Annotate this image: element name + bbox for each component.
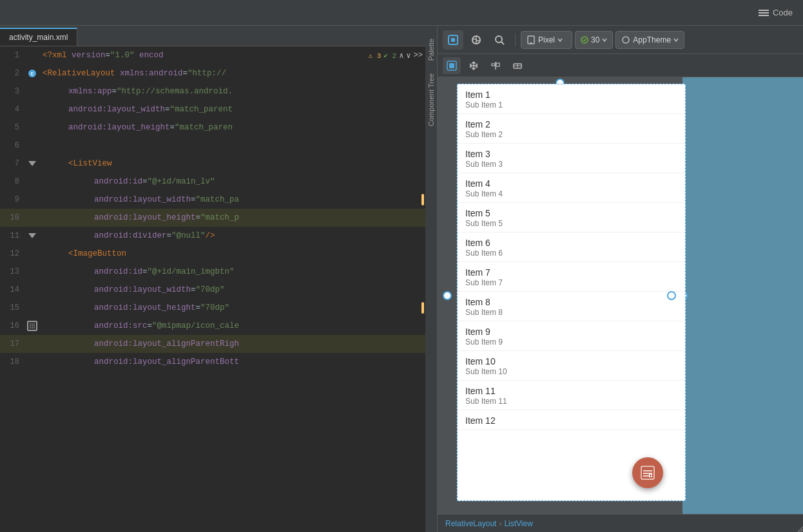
code-menu[interactable]: Code bbox=[759, 8, 793, 17]
code-line: 17android:layout_alignParentRigh bbox=[0, 335, 425, 353]
list-item-title: Item 3 bbox=[465, 149, 677, 159]
list-item[interactable]: Item 5Sub Item 5 bbox=[458, 203, 685, 233]
line-code: android:layout_alignParentRigh bbox=[39, 339, 425, 348]
handle-right-2[interactable] bbox=[667, 291, 676, 300]
list-item[interactable]: Item 1Sub Item 1 bbox=[458, 84, 685, 114]
svg-line-27 bbox=[800, 529, 803, 532]
line-number: 1 bbox=[0, 51, 26, 60]
nav-down[interactable]: ∨ bbox=[406, 51, 411, 61]
list-item[interactable]: Item 10Sub Item 10 bbox=[458, 351, 685, 381]
palette-tab[interactable]: Palette bbox=[425, 32, 437, 67]
line-code: android:layout_height="70dp" bbox=[39, 303, 421, 312]
canvas-tools bbox=[438, 54, 803, 77]
line-code: android:layout_height="match_paren bbox=[39, 123, 425, 132]
line-code: android:id="@+id/main_imgbtn" bbox=[39, 267, 425, 276]
nav-up[interactable]: ∧ bbox=[399, 51, 403, 61]
line-code: android:id="@+id/main_lv" bbox=[39, 177, 425, 186]
list-item-title: Item 11 bbox=[465, 386, 677, 396]
list-item[interactable]: Item 6Sub Item 6 bbox=[458, 233, 685, 262]
tab-activity-main[interactable]: activity_main.xml bbox=[0, 28, 77, 46]
device-label: Pixel bbox=[538, 35, 555, 44]
list-item-title: Item 12 bbox=[465, 415, 677, 426]
list-item[interactable]: Item 7Sub Item 7 bbox=[458, 262, 685, 292]
code-line: 15android:layout_height="70dp" bbox=[0, 299, 425, 317]
device-dropdown[interactable]: Pixel bbox=[521, 31, 572, 49]
line-code: <?xml version="1.0" encod bbox=[39, 51, 368, 60]
more-btn[interactable]: >> bbox=[414, 51, 423, 60]
breadcrumb-bar: RelativeLayout › ListView bbox=[438, 514, 803, 532]
list-item-title: Item 5 bbox=[465, 208, 677, 218]
tab-label: activity_main.xml bbox=[9, 33, 68, 42]
svg-rect-14 bbox=[496, 63, 499, 66]
line-code: <ImageButton bbox=[39, 249, 425, 258]
design-toolbar: Pixel 30 AppTheme bbox=[438, 26, 803, 54]
api-label: 30 bbox=[591, 35, 599, 44]
magnify-tool-btn[interactable] bbox=[489, 30, 510, 50]
select-tool-btn[interactable] bbox=[443, 30, 463, 50]
code-editor[interactable]: 1<?xml version="1.0" encod⚠ 3 ✔ 2 ∧ ∨ >>… bbox=[0, 46, 425, 532]
list-item[interactable]: Item 11Sub Item 11 bbox=[458, 381, 685, 410]
line-gutter bbox=[26, 233, 39, 238]
code-line: 16android:src="@mipmap/icon_cale bbox=[0, 317, 425, 335]
list-item-sub: Sub Item 2 bbox=[465, 130, 677, 139]
fab-button[interactable] bbox=[632, 457, 663, 488]
code-line: 1<?xml version="1.0" encod⚠ 3 ✔ 2 ∧ ∨ >> bbox=[0, 46, 425, 64]
code-line: 4android:layout_width="match_parent bbox=[0, 100, 425, 119]
line-gutter bbox=[26, 321, 39, 331]
line-number: 17 bbox=[0, 339, 26, 348]
line-code bbox=[39, 141, 425, 150]
check-badge: ✔ 2 bbox=[383, 52, 396, 60]
line-code: android:layout_width="match_pa bbox=[39, 195, 421, 204]
line-number: 6 bbox=[0, 141, 26, 150]
line-code: <RelativeLayout xmlns:android="http:// bbox=[39, 69, 425, 78]
line-number: 3 bbox=[0, 87, 26, 96]
code-line: 12<ImageButton bbox=[0, 245, 425, 263]
list-item-title: Item 7 bbox=[465, 267, 677, 278]
design-tool-btn[interactable] bbox=[466, 30, 487, 50]
line-number: 16 bbox=[0, 321, 26, 330]
list-item[interactable]: Item 12 bbox=[458, 410, 685, 430]
list-item-sub: Sub Item 11 bbox=[465, 397, 677, 406]
list-item-sub: Sub Item 10 bbox=[465, 367, 677, 376]
line-code: android:layout_alignParentBott bbox=[39, 357, 425, 366]
select-canvas-btn[interactable] bbox=[443, 57, 461, 74]
list-item-sub: Sub Item 5 bbox=[465, 219, 677, 228]
breadcrumb-separator: › bbox=[499, 519, 501, 528]
svg-rect-25 bbox=[651, 476, 652, 477]
gutter-triangle-icon bbox=[28, 161, 36, 166]
line-number: 10 bbox=[0, 213, 26, 222]
code-line: 9android:layout_width="match_pa bbox=[0, 191, 425, 209]
list-item[interactable]: Item 2Sub Item 2 bbox=[458, 114, 685, 144]
line-code: <ListView bbox=[39, 159, 425, 168]
list-item-title: Item 9 bbox=[465, 327, 677, 337]
list-item[interactable]: Item 8Sub Item 8 bbox=[458, 292, 685, 321]
svg-rect-11 bbox=[449, 63, 454, 68]
list-item-sub: Sub Item 8 bbox=[465, 308, 677, 317]
breadcrumb-root[interactable]: RelativeLayout bbox=[445, 519, 496, 528]
align-canvas-btn[interactable] bbox=[487, 57, 505, 74]
line-gutter bbox=[26, 161, 39, 166]
svg-rect-1 bbox=[451, 38, 455, 42]
code-line: 18android:layout_alignParentBott bbox=[0, 353, 425, 371]
list-item[interactable]: Item 9Sub Item 9 bbox=[458, 321, 685, 351]
list-item-title: Item 2 bbox=[465, 119, 677, 129]
move-canvas-btn[interactable] bbox=[465, 57, 483, 74]
top-bar: Code bbox=[0, 0, 803, 26]
extra-canvas-btn[interactable] bbox=[508, 57, 527, 74]
component-tree-tab[interactable]: Component Tree bbox=[425, 67, 437, 133]
breadcrumb-child[interactable]: ListView bbox=[504, 519, 532, 528]
list-item-title: Item 1 bbox=[465, 90, 677, 100]
list-item-sub: Sub Item 1 bbox=[465, 100, 677, 109]
svg-rect-22 bbox=[649, 474, 650, 475]
warning-badge: ⚠ 3 bbox=[368, 52, 381, 60]
list-item[interactable]: Item 4Sub Item 4 bbox=[458, 173, 685, 203]
resize-handle[interactable] bbox=[795, 524, 803, 532]
theme-dropdown[interactable]: AppTheme bbox=[615, 31, 684, 49]
teal-panel bbox=[682, 77, 803, 514]
handle-left[interactable] bbox=[443, 291, 452, 300]
api-dropdown[interactable]: 30 bbox=[575, 31, 613, 49]
line-marker bbox=[421, 302, 424, 314]
list-item[interactable]: Item 3Sub Item 3 bbox=[458, 144, 685, 173]
line-code: android:layout_width="70dp" bbox=[39, 285, 425, 294]
list-item-sub: Sub Item 4 bbox=[465, 189, 677, 198]
